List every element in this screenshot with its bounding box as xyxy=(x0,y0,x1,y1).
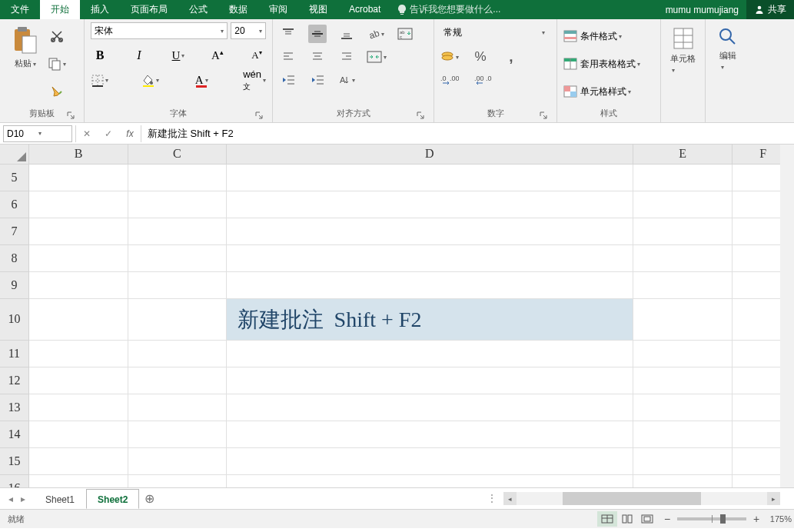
cell-B13[interactable] xyxy=(29,394,128,421)
cell-C9[interactable] xyxy=(128,272,226,299)
cell-C6[interactable] xyxy=(128,191,226,218)
copy-button[interactable]: ▾ xyxy=(48,55,66,73)
tab-scroll-split[interactable]: ⋮ xyxy=(487,493,497,504)
cell-E7[interactable] xyxy=(633,218,733,245)
cell-B6[interactable] xyxy=(29,191,128,218)
merge-center-button[interactable]: ▾ xyxy=(367,48,387,66)
cell-D14[interactable] xyxy=(227,421,633,448)
tab-data[interactable]: 数据 xyxy=(218,0,258,19)
row-header-9[interactable]: 9 xyxy=(0,272,29,299)
underline-button[interactable]: U▾ xyxy=(169,46,188,65)
col-header-B[interactable]: B xyxy=(29,145,128,165)
align-right-button[interactable] xyxy=(337,48,356,66)
view-page-break-button[interactable] xyxy=(637,511,657,527)
cell-D6[interactable] xyxy=(227,191,633,218)
zoom-slider[interactable] xyxy=(677,517,746,520)
row-header-11[interactable]: 11 xyxy=(0,341,29,367)
cell-C5[interactable] xyxy=(128,165,226,191)
cell-B9[interactable] xyxy=(29,272,128,299)
hscroll-right-button[interactable]: ▸ xyxy=(767,492,780,505)
phonetic-button[interactable]: wén文▾ xyxy=(243,68,266,92)
cell-styles-button[interactable]: 单元格样式▾ xyxy=(563,85,654,98)
increase-font-button[interactable]: A▴ xyxy=(208,46,227,65)
name-box[interactable]: D10▾ xyxy=(3,125,72,142)
alignment-dialog-launcher[interactable] xyxy=(415,110,426,121)
vertical-scrollbar[interactable] xyxy=(780,145,794,487)
conditional-formatting-button[interactable]: 条件格式▾ xyxy=(563,30,654,43)
tab-page-layout[interactable]: 页面布局 xyxy=(120,0,178,19)
cell-C13[interactable] xyxy=(128,394,226,421)
hscroll-left-button[interactable]: ◂ xyxy=(503,492,517,505)
view-page-layout-button[interactable] xyxy=(617,511,637,527)
cancel-formula-button[interactable]: ✕ xyxy=(76,125,98,143)
tab-home[interactable]: 开始 xyxy=(40,0,80,19)
row-header-16[interactable]: 16 xyxy=(0,475,29,487)
format-painter-button[interactable] xyxy=(48,82,66,101)
cell-D16[interactable] xyxy=(227,475,633,487)
cell-C11[interactable] xyxy=(128,341,226,367)
cut-button[interactable] xyxy=(48,27,66,45)
number-dialog-launcher[interactable] xyxy=(538,110,549,121)
sheet-tab-sheet1[interactable]: Sheet1 xyxy=(34,489,86,509)
row-header-6[interactable]: 6 xyxy=(0,191,29,218)
col-header-E[interactable]: E xyxy=(633,145,733,165)
decrease-indent-button[interactable] xyxy=(279,71,297,89)
align-middle-button[interactable] xyxy=(308,25,327,43)
row-header-5[interactable]: 5 xyxy=(0,165,29,191)
sheet-tab-sheet2[interactable]: Sheet2 xyxy=(86,489,139,509)
wrap-text-button[interactable]: abc xyxy=(396,25,414,43)
cell-B8[interactable] xyxy=(29,245,128,272)
cell-B15[interactable] xyxy=(29,448,128,475)
zoom-slider-thumb[interactable] xyxy=(720,514,726,524)
view-normal-button[interactable] xyxy=(597,511,617,527)
cell-C8[interactable] xyxy=(128,245,226,272)
horizontal-scrollbar[interactable]: ◂ ▸ xyxy=(503,492,780,505)
number-format-select[interactable]: 常规▾ xyxy=(440,24,548,41)
cell-D9[interactable] xyxy=(227,272,633,299)
row-header-10[interactable]: 10 xyxy=(0,299,29,341)
row-header-8[interactable]: 8 xyxy=(0,245,29,272)
select-all-corner[interactable] xyxy=(0,145,29,165)
cell-B12[interactable] xyxy=(29,367,128,394)
bold-button[interactable]: B xyxy=(91,46,109,65)
cell-E10[interactable] xyxy=(633,299,733,341)
cell-B11[interactable] xyxy=(29,341,128,367)
cell-E9[interactable] xyxy=(633,272,733,299)
orientation-button[interactable]: ab▾ xyxy=(367,25,385,43)
cell-E6[interactable] xyxy=(633,191,733,218)
cell-D10[interactable]: 新建批注 Shift + F2 xyxy=(227,299,633,341)
cell-D8[interactable] xyxy=(227,245,633,272)
cell-E13[interactable] xyxy=(633,394,733,421)
percent-button[interactable]: % xyxy=(471,48,490,66)
format-as-table-button[interactable]: 套用表格格式▾ xyxy=(563,58,654,71)
paste-button[interactable]: 粘贴▾ xyxy=(6,22,45,105)
user-name[interactable]: mumu mumujiang xyxy=(666,5,739,15)
cell-B7[interactable] xyxy=(29,218,128,245)
sheet-nav-prev[interactable]: ◂ xyxy=(5,494,17,504)
tab-insert[interactable]: 插入 xyxy=(80,0,120,19)
cell-C15[interactable] xyxy=(128,448,226,475)
row-header-7[interactable]: 7 xyxy=(0,218,29,245)
col-header-C[interactable]: C xyxy=(128,145,226,165)
row-header-12[interactable]: 12 xyxy=(0,367,29,394)
cell-D12[interactable] xyxy=(227,367,633,394)
cell-E15[interactable] xyxy=(633,448,733,475)
add-sheet-button[interactable]: ⊕ xyxy=(139,491,159,506)
font-dialog-launcher[interactable] xyxy=(254,110,264,121)
cell-E14[interactable] xyxy=(633,421,733,448)
enter-formula-button[interactable]: ✓ xyxy=(98,125,119,143)
increase-decimal-button[interactable]: .0.00 xyxy=(440,71,459,89)
decrease-font-button[interactable]: A▾ xyxy=(248,46,266,65)
tab-formulas[interactable]: 公式 xyxy=(178,0,218,19)
insert-function-button[interactable]: fx xyxy=(119,125,141,143)
text-direction-button[interactable]: A▾ xyxy=(337,71,356,89)
cell-C10[interactable] xyxy=(128,299,226,341)
tab-acrobat[interactable]: Acrobat xyxy=(338,0,391,19)
cell-C7[interactable] xyxy=(128,218,226,245)
clipboard-dialog-launcher[interactable] xyxy=(65,110,76,121)
tab-review[interactable]: 审阅 xyxy=(258,0,298,19)
cell-D15[interactable] xyxy=(227,448,633,475)
tab-file[interactable]: 文件 xyxy=(0,0,40,19)
cell-D11[interactable] xyxy=(227,341,633,367)
tell-me-search[interactable]: 告诉我您想要做什么... xyxy=(397,3,500,16)
